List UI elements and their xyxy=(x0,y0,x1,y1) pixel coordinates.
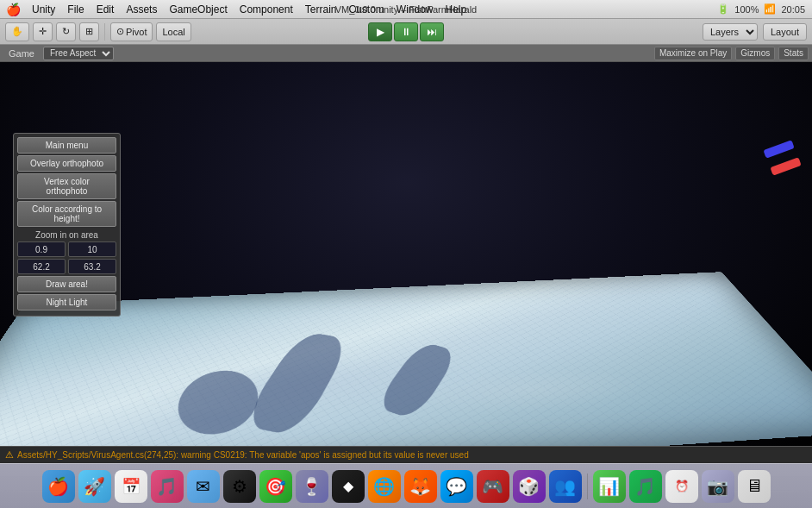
dock-item-spotify[interactable]: 🎵 xyxy=(629,470,662,503)
layout-button[interactable]: Layout xyxy=(763,23,807,41)
menu-file[interactable]: File xyxy=(61,0,90,19)
layers-dropdown[interactable]: Layers xyxy=(703,23,758,41)
toolbar-sep1 xyxy=(104,23,105,41)
menu-assets[interactable]: Assets xyxy=(120,0,163,19)
stats-button[interactable]: Stats xyxy=(778,47,809,60)
play-button[interactable]: ▶ xyxy=(368,22,392,41)
dock-item-mail[interactable]: ✉ xyxy=(187,470,220,503)
dock-item-skype[interactable]: 💬 xyxy=(440,470,473,503)
dock-item-game[interactable]: 🎮 xyxy=(477,470,509,503)
step-button[interactable]: ⏭ xyxy=(420,22,444,41)
battery-icon: 🔋 xyxy=(717,3,729,15)
menubar-system-icons: 🔋 100% 📶 20:05 xyxy=(717,3,812,15)
menu-gameobject[interactable]: GameObject xyxy=(163,0,233,19)
dock-item-activity[interactable]: 📊 xyxy=(593,470,626,503)
custom-ui-panel: Main menu Overlay orthophoto Vertex colo… xyxy=(13,133,121,317)
play-icon: ▶ xyxy=(377,26,384,38)
zoom-field-1[interactable] xyxy=(17,241,66,257)
status-warning-text: Assets/HY_Scripts/VirusAgent.cs(274,25):… xyxy=(17,450,469,460)
pause-button[interactable]: ⏸ xyxy=(394,22,418,41)
dock-item-app3[interactable]: 🎲 xyxy=(513,470,546,503)
pivot-icon: ⊙ xyxy=(116,26,124,37)
dock-item-unity[interactable]: ◆ xyxy=(332,470,365,503)
pause-icon: ⏸ xyxy=(401,26,411,38)
step-icon: ⏭ xyxy=(427,26,437,38)
overlay-orthophoto-button[interactable]: Overlay orthophoto xyxy=(17,155,116,172)
gizmos-button[interactable]: Gizmos xyxy=(735,47,775,60)
toolbar: ✋ ✛ ↻ ⊞ ⊙ Pivot Local ▶ ⏸ ⏭ Layers Layou… xyxy=(0,19,812,45)
time-display: 20:05 xyxy=(781,4,805,15)
pivot-button[interactable]: ⊙ Pivot xyxy=(110,22,153,41)
dock-separator xyxy=(587,474,588,499)
scene-gizmo xyxy=(748,131,800,183)
dock-item-browser[interactable]: 🌐 xyxy=(368,470,401,503)
zoom-field-3[interactable] xyxy=(17,259,66,274)
statusbar: ⚠ Assets/HY_Scripts/VirusAgent.cs(274,25… xyxy=(0,446,812,463)
dock-item-finder[interactable]: 🍎 xyxy=(42,470,75,503)
wifi-icon: 📶 xyxy=(764,3,776,15)
battery-level: 100% xyxy=(734,4,759,15)
zoom-field-4[interactable] xyxy=(68,259,116,274)
dock-item-display[interactable]: 🖥 xyxy=(738,470,771,503)
dock-item-itunes[interactable]: 🎵 xyxy=(151,470,184,503)
secondary-toolbar: Game Free Aspect Maximize on Play Gizmos… xyxy=(0,45,812,62)
menu-component[interactable]: Component xyxy=(234,0,299,19)
dock-item-launchpad[interactable]: 🚀 xyxy=(78,470,111,503)
aspect-dropdown[interactable]: Free Aspect xyxy=(43,47,114,60)
local-button[interactable]: Local xyxy=(156,22,191,41)
window-title: VM_0.0.0.unity – FishFarmHarald xyxy=(335,4,477,15)
gizmo-x-axis xyxy=(770,157,801,175)
secondary-toolbar-right: Maximize on Play Gizmos Stats xyxy=(654,47,809,60)
maximize-on-play-button[interactable]: Maximize on Play xyxy=(654,47,732,60)
menubar: 🍎 Unity File Edit Assets GameObject Comp… xyxy=(0,0,812,19)
apple-menu[interactable]: 🍎 xyxy=(0,3,26,16)
toolbar-right: Layers Layout xyxy=(703,23,807,41)
zoom-section-label: Zoom in on area xyxy=(17,229,116,241)
warning-icon: ⚠ xyxy=(5,449,14,461)
main-menu-button[interactable]: Main menu xyxy=(17,137,116,154)
zoom-row-2 xyxy=(17,259,116,274)
color-height-button[interactable]: Color according to height! xyxy=(17,201,116,227)
dock-item-app2[interactable]: 🦊 xyxy=(404,470,437,503)
hand-tool-button[interactable]: ✋ xyxy=(5,22,29,41)
dock-item-clock[interactable]: ⏰ xyxy=(665,470,698,503)
scale-tool-button[interactable]: ⊞ xyxy=(79,22,99,41)
zoom-row-1 xyxy=(17,241,116,257)
game-viewport[interactable]: Main menu Overlay orthophoto Vertex colo… xyxy=(0,62,812,463)
game-tab-label[interactable]: Game xyxy=(3,48,40,59)
night-light-button[interactable]: Night Light xyxy=(17,294,116,310)
move-tool-button[interactable]: ✛ xyxy=(33,22,53,41)
rotate-tool-button[interactable]: ↻ xyxy=(56,22,76,41)
vertex-color-button[interactable]: Vertex color orthophoto xyxy=(17,173,116,199)
dock: 🍎 🚀 📅 🎵 ✉ ⚙ 🎯 🍷 ◆ 🌐 🦊 💬 🎮 🎲 👥 📊 🎵 ⏰ 📷 🖥 xyxy=(0,463,812,508)
menu-edit[interactable]: Edit xyxy=(91,0,121,19)
draw-area-button[interactable]: Draw area! xyxy=(17,276,116,292)
menu-unity[interactable]: Unity xyxy=(26,0,61,19)
gizmo-z-axis xyxy=(763,140,794,158)
dock-item-system-prefs[interactable]: ⚙ xyxy=(223,470,256,503)
dock-item-crossover[interactable]: 🍷 xyxy=(296,470,328,503)
play-controls: ▶ ⏸ ⏭ xyxy=(368,22,444,41)
dock-item-app1[interactable]: 🎯 xyxy=(259,470,292,503)
terrain-surface xyxy=(0,272,812,463)
zoom-field-2[interactable] xyxy=(68,241,116,257)
dock-item-contacts[interactable]: 👥 xyxy=(549,470,582,503)
dock-item-photos[interactable]: 📷 xyxy=(702,470,734,503)
dock-item-calendar[interactable]: 📅 xyxy=(115,470,147,503)
